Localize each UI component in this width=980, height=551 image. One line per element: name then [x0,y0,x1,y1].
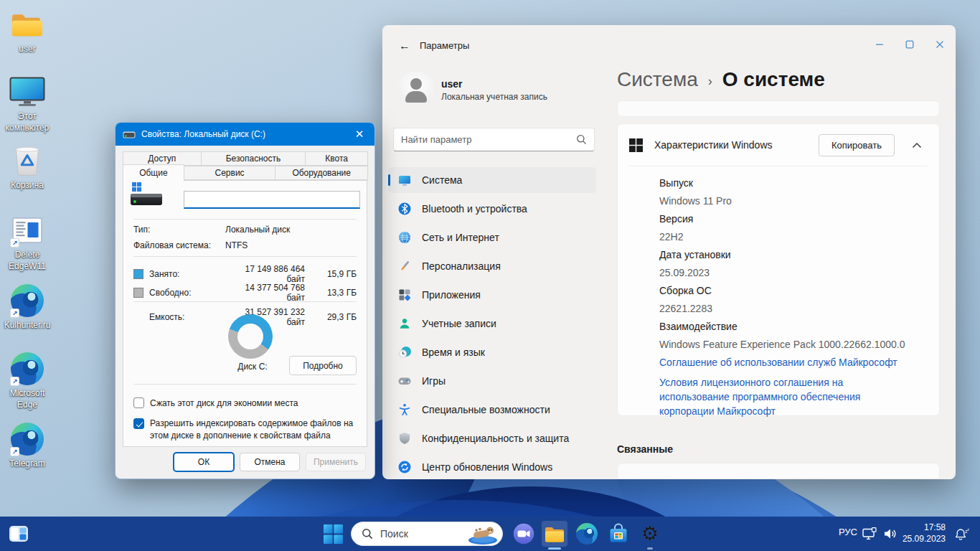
sidebar-item-bluetooth[interactable]: Bluetooth и устройства [388,196,596,222]
sidebar-item-personalization[interactable]: Персонализация [388,253,596,279]
tab-hardware[interactable]: Оборудование [275,166,368,180]
notifications-button[interactable]: zz [951,521,973,547]
free-bytes: 14 377 504 768 байт [227,283,315,303]
settings-button[interactable]: ⚙ [637,521,663,547]
card-header: Характеристики Windows Копировать [618,124,939,166]
edge-button[interactable] [574,521,600,547]
tab-tools[interactable]: Сервис [184,166,276,180]
desktop-icon-label: Корзина [11,180,44,192]
system-icon [398,174,411,187]
search-icon [362,528,373,540]
type-value: Локальный диск [225,225,290,235]
details-button[interactable]: Подробно [289,356,357,375]
dialog-title: Свойства: Локальный диск (C:) [141,129,346,139]
user-avatar[interactable] [398,71,434,107]
tab-access[interactable]: Доступ [123,151,202,166]
store-button[interactable] [606,521,631,547]
taskbar-search[interactable]: Поиск [351,522,503,546]
divider [133,219,357,220]
tray-time: 17:58 [898,522,946,534]
spec-value: Windows 11 Pro [659,192,925,210]
desktop-icon-microsoft-edge[interactable]: Microsoft Edge [2,352,52,410]
edge-icon [9,422,45,456]
sidebar-item-apps[interactable]: Приложения [388,282,596,308]
tab-row-front: Общие Сервис Оборудование [123,166,367,181]
volume-label-input[interactable] [184,191,360,209]
license-terms-link[interactable]: Условия лицензионного соглашения на испо… [659,375,910,418]
maximize-button[interactable] [895,35,924,54]
settings-search-box[interactable] [393,128,595,151]
tab-general[interactable]: Общие [123,164,184,181]
type-row: Тип: Локальный диск [133,225,357,235]
folder-icon [9,7,45,42]
file-explorer-button[interactable] [542,521,567,547]
tab-quota[interactable]: Квота [305,151,368,166]
desktop-icon-recycle-bin[interactable]: Корзина [2,143,52,192]
ok-button[interactable]: ОК [174,453,234,471]
close-button[interactable] [925,35,954,54]
free-label: Свободно: [149,288,227,298]
accounts-icon [398,317,411,330]
spec-value: 22H2 [659,228,925,246]
settings-title: Параметры [420,40,469,51]
start-button[interactable] [320,521,346,547]
settings-sidebar: Система Bluetooth и устройства Сеть и Ин… [388,167,596,479]
settings-search-input[interactable] [401,134,576,145]
clock[interactable]: 17:58 25.09.2023 [898,522,946,545]
sidebar-item-gaming[interactable]: Игры [388,368,596,394]
divider [629,166,928,166]
minimize-button[interactable] [865,35,894,54]
desktop-icon-label: Этот компьютер [2,111,52,133]
back-arrow-icon[interactable]: ← [394,37,415,55]
settings-gear-icon: ⚙ [641,524,659,544]
desktop-icon-user[interactable]: user [2,7,52,55]
active-app-indicator [548,547,561,550]
windows-logo-icon [629,138,643,152]
spec-label: Дата установки [659,246,925,264]
tab-security[interactable]: Безопасность [201,151,306,166]
widgets-button[interactable] [6,521,32,547]
used-label: Занято: [149,269,227,279]
shortcut-arrow-icon [10,238,19,248]
card-partially-scrolled [617,100,940,117]
compress-checkbox[interactable] [133,397,144,408]
sidebar-item-network[interactable]: Сеть и Интернет [388,225,596,250]
language-indicator[interactable]: РУС [834,527,862,537]
services-agreement-link[interactable]: Соглашение об использовании служб Майкро… [659,355,910,369]
index-checkbox[interactable] [133,418,144,429]
compress-checkbox-label: Сжать этот диск для экономии места [150,398,298,408]
taskbar-search-placeholder: Поиск [380,528,461,540]
sidebar-item-accounts[interactable]: Учетные записи [388,311,596,336]
edge-icon [576,523,598,545]
desktop-icon-this-pc[interactable]: Этот компьютер [2,75,52,133]
sidebar-item-time-language[interactable]: Время и язык [388,339,596,365]
sidebar-item-privacy[interactable]: Конфиденциальность и защита [388,425,596,451]
sidebar-item-system[interactable]: Система [388,167,596,193]
taskbar: Поиск ⚙ РУС 17:58 25.09.2023 zz [0,517,980,551]
close-icon[interactable]: ✕ [352,128,367,141]
desktop-icon-delete-edgew11[interactable]: Delete EdgeW11 [2,213,52,272]
desktop-icon-kulhunter[interactable]: Kulhunter.ru [2,283,52,331]
divider [133,256,357,257]
dialog-titlebar[interactable]: Свойства: Локальный диск (C:) ✕ [116,123,374,146]
filesystem-row: Файловая система: NTFS [133,240,357,250]
desktop-icon-telegram[interactable]: Telegram [2,422,52,470]
copy-button[interactable]: Копировать [819,134,895,156]
sidebar-item-windows-update[interactable]: Центр обновления Windows [388,454,596,479]
windows-specs-card: Характеристики Windows Копировать Выпуск… [617,123,940,416]
index-checkbox-row[interactable]: Разрешить индексировать содержимое файло… [133,418,357,443]
compress-checkbox-row[interactable]: Сжать этот диск для экономии места [133,397,357,408]
bing-daily-animal-icon[interactable] [468,523,498,545]
privacy-shield-icon [398,432,411,445]
related-card-cut [617,463,940,479]
chat-button[interactable] [511,521,537,547]
breadcrumb-parent[interactable]: Система [617,68,698,91]
network-tray-button[interactable] [860,521,880,547]
cancel-button[interactable]: Отмена [240,453,300,471]
shortcut-arrow-icon [10,377,19,386]
volume-tray-button[interactable] [881,521,900,547]
widgets-icon [9,526,28,542]
sidebar-item-accessibility[interactable]: Специальные возможности [388,397,596,423]
teams-chat-icon [513,523,534,545]
chevron-up-icon[interactable] [906,134,928,156]
